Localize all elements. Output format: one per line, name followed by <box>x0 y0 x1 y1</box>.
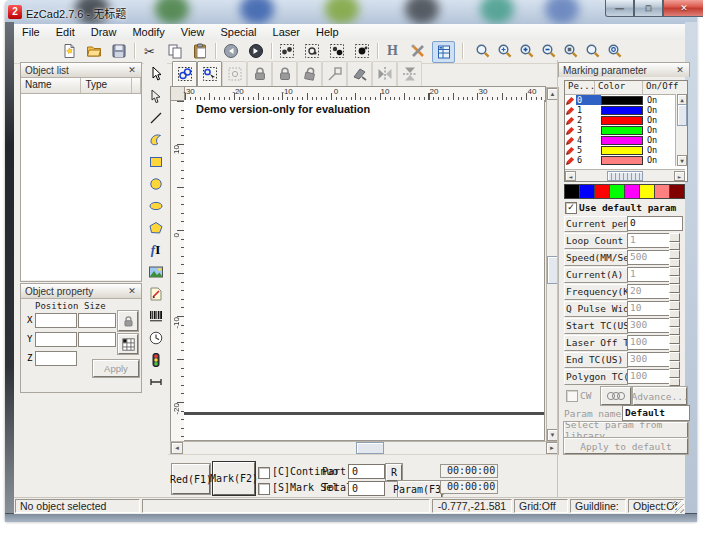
frequency-field[interactable]: 20 <box>627 284 672 299</box>
close-panel-icon[interactable]: ✕ <box>127 65 137 75</box>
bitmap-tool[interactable] <box>144 261 167 282</box>
apply-button[interactable]: Apply <box>93 360 139 377</box>
mark-selected-checkbox[interactable] <box>258 483 270 495</box>
edit-node-button[interactable] <box>322 61 347 87</box>
total-count-field[interactable]: 0 <box>348 481 385 496</box>
close-panel-icon[interactable]: ✕ <box>675 65 685 75</box>
snap-guild-button[interactable] <box>222 61 247 87</box>
menu-help[interactable]: Help <box>308 26 347 38</box>
hscroll-thumb[interactable] <box>356 442 384 454</box>
column-pen[interactable]: Pe... <box>565 81 595 94</box>
spin-down[interactable] <box>669 361 680 370</box>
barcode-tool[interactable] <box>144 305 167 326</box>
spin-up[interactable] <box>669 284 680 293</box>
scroll-right-icon[interactable]: ► <box>674 171 685 181</box>
param-f3-button[interactable]: Param(F3) <box>398 481 442 498</box>
current-field[interactable]: 1 <box>627 267 672 282</box>
minimize-button[interactable]: — <box>605 0 634 17</box>
panel-splitter[interactable] <box>557 60 558 497</box>
mirror-horizontal-button[interactable] <box>372 61 397 87</box>
menu-file[interactable]: File <box>14 26 48 38</box>
pen-row[interactable]: 3 On <box>565 125 687 135</box>
forward-button[interactable] <box>245 41 266 61</box>
start-tc-field[interactable]: 300 <box>627 318 672 333</box>
column-onoff[interactable]: On/Off <box>643 81 687 94</box>
back-button[interactable] <box>220 41 241 61</box>
param-table-button[interactable] <box>432 41 455 63</box>
q-pulse-width-field[interactable]: 10 <box>627 301 672 316</box>
vscroll-thumb[interactable] <box>677 104 687 126</box>
red-f1-button[interactable]: Red(F1) <box>172 464 210 494</box>
ellipse-tool[interactable] <box>144 195 167 216</box>
scroll-down-icon[interactable]: ▼ <box>677 155 687 166</box>
object-property-titlebar[interactable]: Object property ✕ <box>21 284 141 299</box>
position-z-field[interactable] <box>35 351 77 366</box>
spin-up[interactable] <box>669 250 680 259</box>
rings-mode-button[interactable] <box>601 387 631 405</box>
pen-row[interactable]: 5 On <box>565 145 687 155</box>
position-x-field[interactable] <box>35 313 77 328</box>
menu-special[interactable]: Special <box>212 26 264 38</box>
continuous-checkbox[interactable] <box>258 467 270 479</box>
spin-down[interactable] <box>669 327 680 336</box>
polygon-tool[interactable] <box>144 217 167 238</box>
mirror-vertical-button[interactable] <box>397 61 422 87</box>
status-grid-toggle[interactable]: Grid:Off <box>514 499 568 513</box>
close-button[interactable]: ✕ <box>663 0 703 17</box>
cw-checkbox[interactable] <box>566 390 578 402</box>
snap-objects-button[interactable] <box>172 61 197 87</box>
marking-panel-titlebar[interactable]: Marking parameter ✕ <box>558 62 690 77</box>
lock-x-button[interactable] <box>247 61 272 87</box>
lock-y-button[interactable] <box>272 61 297 87</box>
spin-down[interactable] <box>669 293 680 302</box>
spinner[interactable] <box>669 301 680 316</box>
spin-down[interactable] <box>669 310 680 319</box>
clock-tool[interactable] <box>144 327 167 348</box>
palette-swatch[interactable] <box>579 184 595 199</box>
zoom-out-button[interactable] <box>538 41 559 61</box>
canvas-hscrollbar[interactable]: ◄ ► <box>170 441 559 455</box>
zoom-cursor-button[interactable] <box>472 41 493 61</box>
position-y-field[interactable] <box>35 332 77 347</box>
pen-row[interactable]: 0 On <box>565 95 687 105</box>
palette-swatch[interactable] <box>594 184 610 199</box>
advance-button[interactable]: Advance... <box>633 387 687 405</box>
spin-down[interactable] <box>669 242 680 251</box>
column-color[interactable]: Color <box>595 81 643 94</box>
palette-swatch[interactable] <box>609 184 625 199</box>
menu-draw[interactable]: Draw <box>83 26 125 38</box>
input-port-tool[interactable] <box>144 371 167 392</box>
system-settings-button[interactable] <box>407 41 428 61</box>
save-button[interactable] <box>108 41 129 61</box>
cut-button[interactable]: ✂ <box>139 41 160 61</box>
mark-f2-button[interactable]: Mark(F2) <box>213 462 255 495</box>
pen-row[interactable]: 6 On <box>565 155 687 165</box>
menu-laser[interactable]: Laser <box>265 26 309 38</box>
laser-off-tc-field[interactable]: 100 <box>627 335 672 350</box>
mark-preview-button-2[interactable] <box>301 41 322 61</box>
apply-to-default-button[interactable]: Apply to default <box>564 438 688 454</box>
pen-table-hscrollbar[interactable]: ◄ ► <box>565 169 685 181</box>
vector-file-tool[interactable] <box>144 283 167 304</box>
mark-preview-button-3[interactable] <box>326 41 347 61</box>
palette-swatch[interactable] <box>564 184 580 199</box>
size-x-field[interactable] <box>78 313 116 328</box>
scroll-left-icon[interactable]: ◄ <box>565 171 576 181</box>
copy-button[interactable] <box>164 41 185 61</box>
snap-grid-button[interactable] <box>197 61 222 87</box>
spin-up[interactable] <box>669 233 680 242</box>
loop-count-field[interactable]: 1 <box>627 233 672 248</box>
spin-up[interactable] <box>669 301 680 310</box>
circle-tool[interactable] <box>144 173 167 194</box>
mark-preview-button-4[interactable] <box>351 41 372 61</box>
spinner[interactable] <box>669 369 680 384</box>
object-list-body[interactable] <box>21 94 141 280</box>
close-panel-icon[interactable]: ✕ <box>127 286 137 296</box>
zoom-object-button[interactable] <box>582 41 603 61</box>
line-tool[interactable] <box>144 107 167 128</box>
hatch-button[interactable]: H <box>382 41 403 61</box>
array-button[interactable] <box>118 334 138 354</box>
select-tool[interactable] <box>144 63 167 84</box>
curve-tool[interactable] <box>144 129 167 150</box>
spin-up[interactable] <box>669 318 680 327</box>
